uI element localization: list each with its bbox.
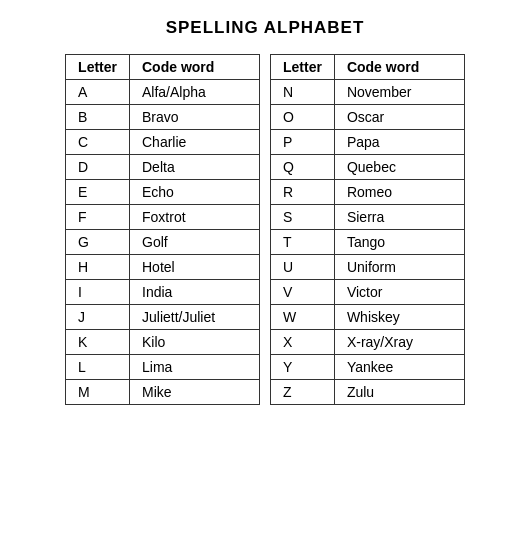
letter-cell: M: [66, 380, 130, 405]
table-row: AAlfa/Alpha: [66, 80, 260, 105]
codeword-cell: Foxtrot: [130, 205, 260, 230]
table-row: UUniform: [271, 255, 465, 280]
codeword-cell: Papa: [334, 130, 464, 155]
letter-cell: X: [271, 330, 335, 355]
table-row: JJuliett/Juliet: [66, 305, 260, 330]
table-row: PPapa: [271, 130, 465, 155]
letter-cell: V: [271, 280, 335, 305]
codeword-cell: Golf: [130, 230, 260, 255]
letter-cell: N: [271, 80, 335, 105]
codeword-cell: Juliett/Juliet: [130, 305, 260, 330]
letter-cell: E: [66, 180, 130, 205]
table-row: XX-ray/Xray: [271, 330, 465, 355]
table-row: RRomeo: [271, 180, 465, 205]
codeword-cell: Echo: [130, 180, 260, 205]
letter-cell: R: [271, 180, 335, 205]
codeword-cell: India: [130, 280, 260, 305]
letter-cell: U: [271, 255, 335, 280]
table-row: OOscar: [271, 105, 465, 130]
left-header-letter: Letter: [66, 55, 130, 80]
codeword-cell: Charlie: [130, 130, 260, 155]
table-row: BBravo: [66, 105, 260, 130]
table-row: VVictor: [271, 280, 465, 305]
left-header-codeword: Code word: [130, 55, 260, 80]
table-row: IIndia: [66, 280, 260, 305]
codeword-cell: Kilo: [130, 330, 260, 355]
codeword-cell: X-ray/Xray: [334, 330, 464, 355]
table-row: NNovember: [271, 80, 465, 105]
letter-cell: G: [66, 230, 130, 255]
right-header-codeword: Code word: [334, 55, 464, 80]
letter-cell: K: [66, 330, 130, 355]
codeword-cell: Whiskey: [334, 305, 464, 330]
table-row: FFoxtrot: [66, 205, 260, 230]
table-row: KKilo: [66, 330, 260, 355]
tables-wrapper: Letter Code word AAlfa/AlphaBBravoCCharl…: [65, 54, 465, 405]
letter-cell: B: [66, 105, 130, 130]
table-row: EEcho: [66, 180, 260, 205]
table-row: ZZulu: [271, 380, 465, 405]
letter-cell: O: [271, 105, 335, 130]
right-header-letter: Letter: [271, 55, 335, 80]
codeword-cell: Oscar: [334, 105, 464, 130]
table-row: MMike: [66, 380, 260, 405]
table-row: CCharlie: [66, 130, 260, 155]
codeword-cell: Alfa/Alpha: [130, 80, 260, 105]
codeword-cell: Tango: [334, 230, 464, 255]
letter-cell: Q: [271, 155, 335, 180]
codeword-cell: Delta: [130, 155, 260, 180]
table-row: SSierra: [271, 205, 465, 230]
letter-cell: A: [66, 80, 130, 105]
left-table: Letter Code word AAlfa/AlphaBBravoCCharl…: [65, 54, 260, 405]
letter-cell: I: [66, 280, 130, 305]
codeword-cell: Hotel: [130, 255, 260, 280]
table-row: YYankee: [271, 355, 465, 380]
letter-cell: L: [66, 355, 130, 380]
table-row: LLima: [66, 355, 260, 380]
letter-cell: S: [271, 205, 335, 230]
table-row: HHotel: [66, 255, 260, 280]
letter-cell: C: [66, 130, 130, 155]
page-title: SPELLING ALPHABET: [166, 18, 365, 38]
table-row: GGolf: [66, 230, 260, 255]
codeword-cell: Quebec: [334, 155, 464, 180]
codeword-cell: Bravo: [130, 105, 260, 130]
letter-cell: D: [66, 155, 130, 180]
table-row: TTango: [271, 230, 465, 255]
codeword-cell: Zulu: [334, 380, 464, 405]
letter-cell: T: [271, 230, 335, 255]
letter-cell: P: [271, 130, 335, 155]
letter-cell: W: [271, 305, 335, 330]
table-row: WWhiskey: [271, 305, 465, 330]
table-row: DDelta: [66, 155, 260, 180]
codeword-cell: Mike: [130, 380, 260, 405]
codeword-cell: Lima: [130, 355, 260, 380]
letter-cell: J: [66, 305, 130, 330]
codeword-cell: Romeo: [334, 180, 464, 205]
codeword-cell: Sierra: [334, 205, 464, 230]
codeword-cell: November: [334, 80, 464, 105]
codeword-cell: Yankee: [334, 355, 464, 380]
codeword-cell: Uniform: [334, 255, 464, 280]
letter-cell: H: [66, 255, 130, 280]
letter-cell: Z: [271, 380, 335, 405]
letter-cell: Y: [271, 355, 335, 380]
table-row: QQuebec: [271, 155, 465, 180]
letter-cell: F: [66, 205, 130, 230]
right-table: Letter Code word NNovemberOOscarPPapaQQu…: [270, 54, 465, 405]
codeword-cell: Victor: [334, 280, 464, 305]
